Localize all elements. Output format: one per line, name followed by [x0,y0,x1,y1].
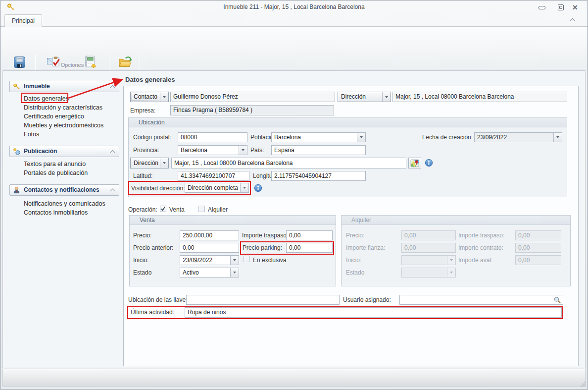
en-exclusiva-checkbox[interactable] [244,256,250,262]
key-icon [13,83,20,90]
ubicacion-group-title: Ubicación [129,118,567,127]
window-title: Inmueble 211 - Major, 15 , Local Barcelo… [223,3,364,10]
chevron-down-icon[interactable] [230,268,239,277]
chevron-up-icon[interactable] [110,150,115,155]
sidebar-group-publicacion[interactable]: Publicación [9,146,119,157]
map-button[interactable] [408,158,421,168]
visibilidad-label: Visibilidad dirección: [131,185,185,192]
title-bar: Inmueble 211 - Major, 15 , Local Barcelo… [0,0,588,14]
chevron-down-icon[interactable] [553,133,562,142]
direccion-info-icon[interactable] [425,159,433,167]
visibilidad-field[interactable]: Dirección completa [185,183,249,193]
alquiler-group-title: Alquiler [342,216,570,225]
alquiler-precio-value: 0,00 [404,232,416,239]
direccion-field[interactable]: Major, 15 , Local 08000 Barcelona Barcel… [392,92,567,102]
ubicacion-direccion-value: Major, 15 , Local 08000 Barcelona Barcel… [174,160,293,167]
sidebar-group-contactos[interactable]: Contactos y notificaciones [9,184,119,196]
sidebar-item-portales[interactable]: Portales de publicación [24,169,88,176]
fecha-creacion-field[interactable]: 23/09/2022 [474,132,562,142]
venta-checkbox-label[interactable]: Venta [169,206,185,213]
venta-precio-label: Precio: [133,232,151,239]
precio-parking-field[interactable]: 0,00 [286,243,333,253]
direccion-selector[interactable]: Dirección [338,92,391,102]
close-icon[interactable]: ✕ [572,4,578,11]
venta-importe-traspaso-field[interactable]: 0,00 [286,230,333,240]
chevron-down-icon[interactable] [382,92,391,102]
alquiler-inicio-field [401,255,456,265]
sidebar-item-muebles[interactable]: Muebles y electrodomésticos [24,122,103,129]
importe-aval-field: 0,00 [515,255,561,265]
precio-parking-label: Precio parking: [243,244,282,251]
chevron-down-icon[interactable] [160,92,168,102]
ubicacion-direccion-selector[interactable]: Dirección [130,158,169,168]
latitud-field[interactable]: 41.33474692100707 [178,171,249,181]
sidebar-item-fotos[interactable]: Fotos [24,131,39,138]
venta-inicio-label: Inicio: [133,257,148,264]
sidebar-group-contactos-title: Contactos y notificaciones [24,186,99,193]
venta-precio-value: 250.000,00 [183,232,212,239]
fecha-creacion-value: 23/09/2022 [477,134,507,141]
ultima-actividad-field[interactable]: Ropa de niños [185,307,562,318]
provincia-value: Barcelona [181,147,207,154]
poblacion-value: Barcelona [274,134,301,141]
chevron-down-icon [447,268,455,277]
sidebar-item-textos-anuncio[interactable]: Textos para el anuncio [24,161,86,167]
pais-field[interactable]: España [271,145,366,155]
tab-principal[interactable]: Principal [4,14,42,27]
venta-inicio-value: 23/09/2022 [183,257,212,264]
chevron-down-icon[interactable] [160,158,168,168]
usuario-asignado-field[interactable] [399,295,563,305]
importe-aval-value: 0,00 [518,257,530,264]
provincia-field[interactable]: Barcelona [178,145,247,155]
direccion-value: Major, 15 , Local 08000 Barcelona Barcel… [395,93,514,100]
ribbon-collapse-icon[interactable] [570,18,575,23]
visibilidad-info-icon[interactable] [254,184,262,192]
longitud-field[interactable]: 2.1175754045904127 [271,171,366,181]
chevron-down-icon[interactable] [239,146,247,155]
alquiler-importe-traspaso-field: 0,00 [515,230,561,240]
codigo-postal-value: 08000 [181,134,197,141]
chevron-down-icon[interactable] [230,256,239,265]
contacto-field[interactable]: Guillermo Donoso Pérez [170,92,335,102]
empresa-field[interactable]: Fincas Pragma ( B58959784 ) [170,105,334,115]
contacto-selector[interactable]: Contacto [130,92,169,102]
magnifier-icon[interactable] [553,296,561,304]
alquiler-checkbox[interactable] [198,206,205,212]
venta-estado-value: Activo [183,269,199,276]
minimize-icon[interactable] [539,6,545,9]
alquiler-inicio-label: Inicio: [346,257,361,264]
map-pin-icon [410,159,420,167]
venta-estado-field[interactable]: Activo [180,268,239,278]
precio-anterior-field[interactable]: 0,00 [180,243,239,253]
sidebar-item-contactos-inmobiliarios[interactable]: Contactos inmobiliarios [24,209,88,216]
chevron-up-icon[interactable] [110,189,115,194]
sidebar-item-notificaciones[interactable]: Notificaciones y comunicados [24,200,105,207]
poblacion-field[interactable]: Barcelona [271,132,366,142]
tab-principal-label: Principal [12,17,35,24]
resize-grip[interactable] [581,382,582,383]
llaves-field[interactable] [186,295,340,305]
codigo-postal-field[interactable]: 08000 [178,132,247,142]
empresa-value: Fincas Pragma ( B58959784 ) [173,107,252,113]
sidebar-item-distribucion[interactable]: Distribución y características [24,104,102,111]
fecha-creacion-label: Fecha de creación: [422,134,473,141]
venta-precio-field[interactable]: 250.000,00 [180,230,239,240]
restore-icon[interactable] [558,4,564,10]
importe-fianza-field: 0,00 [401,243,456,253]
chevron-down-icon[interactable] [357,133,365,142]
importe-fianza-label: Importe fianza: [346,244,385,251]
en-exclusiva-label[interactable]: En exclusiva [253,257,286,264]
ubicacion-direccion-selector-label: Dirección [134,160,158,167]
ribbon-group-opciones: Opciones [36,62,108,68]
chevron-down-icon[interactable] [240,183,248,192]
venta-checkbox[interactable] [160,206,166,212]
pais-label: País: [250,147,264,154]
ubicacion-direccion-field[interactable]: Major, 15 , Local 08000 Barcelona Barcel… [171,158,406,168]
app-window: Inmueble 211 - Major, 15 , Local Barcelo… [0,0,588,390]
sidebar-item-datos-generales[interactable]: Datos generales [24,95,69,102]
status-bar [2,369,586,387]
venta-inicio-field[interactable]: 23/09/2022 [180,255,239,265]
importe-fianza-value: 0,00 [404,244,416,251]
sidebar-item-certificado[interactable]: Certificado energético [24,113,84,120]
alquiler-checkbox-label[interactable]: Alquiler [208,206,228,213]
